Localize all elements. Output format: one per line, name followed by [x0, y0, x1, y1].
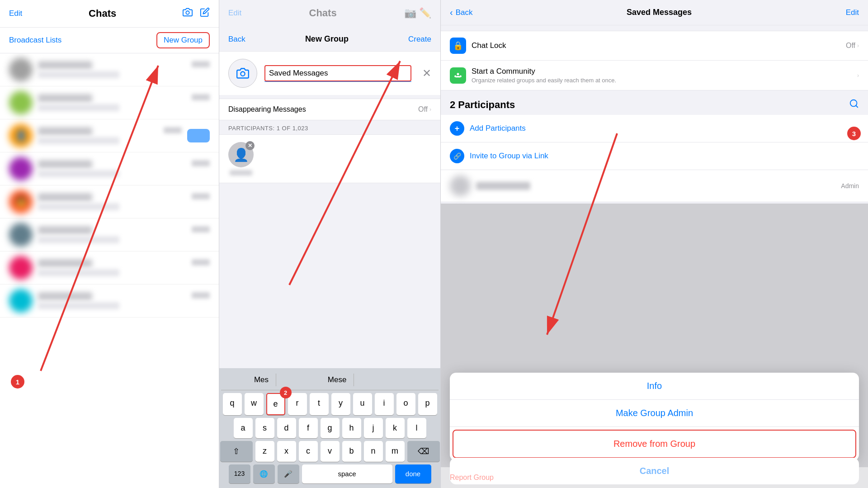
avatar: 🧑	[9, 190, 33, 213]
back-button[interactable]: Back	[228, 35, 245, 44]
broadcast-lists-link[interactable]: Broadcast Lists	[9, 36, 61, 45]
participants-list: 👤 ✕	[219, 134, 440, 183]
key-f[interactable]: f	[299, 418, 318, 438]
chat-content	[38, 94, 210, 111]
key-h[interactable]: h	[342, 418, 361, 438]
key-y[interactable]: y	[331, 393, 350, 415]
key-a[interactable]: a	[234, 418, 253, 438]
svg-line-10	[856, 105, 858, 107]
community-label: Start a Community	[472, 67, 852, 76]
chat-lock-row[interactable]: 🔒 Chat Lock Off ›	[441, 31, 868, 61]
list-item[interactable]	[0, 152, 219, 185]
key-p[interactable]: p	[418, 393, 437, 415]
edit-button[interactable]: Edit	[9, 9, 22, 18]
key-e[interactable]: e 2	[266, 393, 285, 415]
suggestion-3[interactable]	[398, 374, 413, 386]
key-v[interactable]: v	[321, 441, 340, 462]
key-b[interactable]: b	[342, 441, 361, 462]
participant-remove-button[interactable]: ✕	[245, 141, 255, 150]
group-name-input[interactable]	[264, 65, 411, 81]
invite-link-label: Invite to Group via Link	[470, 152, 548, 161]
key-w[interactable]: w	[245, 393, 264, 415]
community-row[interactable]: Start a Community Organize related group…	[441, 61, 868, 90]
key-backspace[interactable]: ⌫	[407, 441, 440, 462]
community-info: Start a Community Organize related group…	[472, 67, 852, 84]
add-participants-row[interactable]: + Add Participants	[441, 115, 868, 142]
key-n[interactable]: n	[364, 441, 383, 462]
admin-badge: Admin	[841, 182, 859, 190]
key-j[interactable]: j	[364, 418, 383, 438]
camera-icon[interactable]	[183, 7, 193, 20]
disappearing-label: Disappearing Messages	[228, 105, 306, 114]
saved-messages-title: Saved Messages	[627, 8, 692, 17]
key-shift[interactable]: ⇧	[220, 441, 253, 462]
chat-content	[38, 127, 182, 144]
remove-option[interactable]: Remove from Group	[453, 430, 856, 458]
suggestion-1[interactable]: Mes	[247, 374, 276, 386]
svg-point-0	[186, 11, 189, 14]
keyboard-suggestions: Mes Mese	[221, 372, 439, 390]
key-mic[interactable]: 🎤	[278, 464, 299, 483]
avatar	[9, 256, 33, 280]
new-group-title: New Group	[305, 34, 349, 44]
key-g[interactable]: g	[321, 418, 340, 438]
disappearing-row[interactable]: Disappearing Messages Off ›	[219, 99, 440, 120]
member-name	[476, 182, 530, 190]
member-row[interactable]: Admin	[441, 170, 868, 202]
clear-icon[interactable]: ✕	[422, 67, 431, 80]
key-d[interactable]: d	[277, 418, 296, 438]
bg-title: Chats	[309, 7, 337, 19]
list-item[interactable]	[0, 284, 219, 317]
key-r[interactable]: r	[288, 393, 307, 415]
compose-icon[interactable]	[200, 7, 210, 20]
list-item[interactable]: 🧑	[0, 185, 219, 218]
key-i[interactable]: i	[375, 393, 394, 415]
chat-lock-value: Off ›	[846, 42, 859, 50]
back-button[interactable]: Back	[456, 8, 473, 17]
key-x[interactable]: x	[277, 441, 296, 462]
saved-messages-header: ‹ Back Saved Messages Edit	[441, 0, 868, 25]
suggestion-2[interactable]: Mese	[321, 374, 354, 386]
list-item[interactable]	[0, 251, 219, 284]
link-icon: 🔗	[450, 149, 464, 163]
group-photo-button[interactable]	[228, 59, 257, 88]
list-item[interactable]	[0, 218, 219, 251]
context-menu: Info Make Group Admin Remove from Group	[450, 373, 859, 461]
create-button[interactable]: Create	[408, 35, 431, 44]
search-button[interactable]	[849, 99, 859, 111]
participant-avatar: 👤 ✕	[228, 142, 254, 167]
new-group-button[interactable]: New Group	[156, 32, 210, 48]
key-l[interactable]: l	[407, 418, 426, 438]
key-globe[interactable]: 🌐	[253, 464, 275, 483]
back-nav[interactable]: ‹ Back	[450, 7, 472, 18]
saved-messages-panel: 3 ‹ Back Saved Messages Edit 🔒 Chat Lock…	[441, 0, 868, 488]
key-s[interactable]: s	[255, 418, 274, 438]
key-k[interactable]: k	[386, 418, 405, 438]
edit-button[interactable]: Edit	[846, 8, 859, 17]
key-o[interactable]: o	[396, 393, 415, 415]
member-avatar	[450, 175, 471, 196]
avatar	[9, 58, 33, 81]
info-option[interactable]: Info	[450, 373, 859, 400]
chat-content	[38, 160, 210, 177]
key-m[interactable]: m	[386, 441, 405, 462]
key-space[interactable]: space	[302, 464, 392, 483]
chats-panel: Edit Chats Broadcast Lists New Group	[0, 0, 219, 488]
list-item[interactable]	[0, 86, 219, 119]
key-t[interactable]: t	[310, 393, 329, 415]
list-item[interactable]: 👤	[0, 119, 219, 152]
participants-section-header: 2 Participants	[441, 90, 868, 115]
key-u[interactable]: u	[353, 393, 372, 415]
key-z[interactable]: z	[255, 441, 274, 462]
participants-header: PARTICIPANTS: 1 OF 1,023	[219, 120, 440, 134]
list-item[interactable]	[0, 53, 219, 86]
make-admin-option[interactable]: Make Group Admin	[450, 400, 859, 427]
step2-badge: 2	[280, 387, 292, 398]
invite-link-row[interactable]: 🔗 Invite to Group via Link	[441, 142, 868, 170]
key-q[interactable]: q	[223, 393, 242, 415]
chevron-icon: ›	[857, 72, 859, 79]
key-c[interactable]: c	[299, 441, 318, 462]
bg-header: Edit Chats 📷 ✏️	[219, 0, 440, 26]
key-done[interactable]: done	[395, 464, 431, 483]
key-123[interactable]: 123	[229, 464, 250, 483]
